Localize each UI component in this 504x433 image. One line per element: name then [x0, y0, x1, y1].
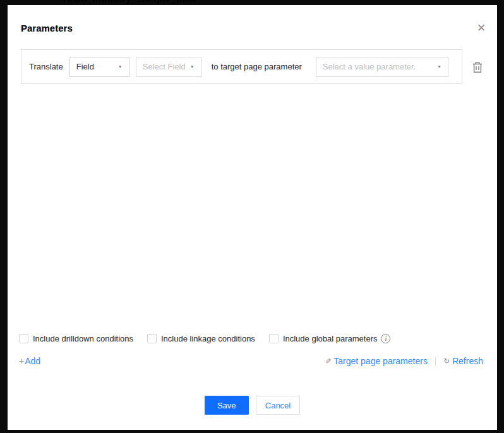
translate-label: Translate	[29, 62, 63, 71]
add-row-link[interactable]: + Add	[19, 356, 40, 366]
field-select[interactable]: Select Field. ▼	[136, 57, 201, 77]
links-row: + Add ✎ Target page parameters ↻ Refresh	[19, 356, 483, 366]
plus-icon: +	[19, 356, 24, 366]
chevron-down-icon: ▼	[437, 64, 441, 69]
info-icon[interactable]: i	[381, 334, 390, 343]
translate-type-value: Field	[76, 62, 94, 71]
to-target-page-parameter-label: to target page parameter	[212, 62, 302, 71]
dialog-title: Parameters	[21, 23, 73, 33]
refresh-link-label: Refresh	[452, 356, 483, 366]
include-options-row: Include drilldown conditions Include lin…	[19, 334, 404, 343]
include-drilldown-conditions-option: Include drilldown conditions	[19, 334, 133, 343]
close-icon[interactable]: ✕	[474, 20, 489, 35]
drilldown-conditions-checkbox[interactable]	[19, 334, 28, 343]
save-button[interactable]: Save	[205, 396, 249, 415]
parameters-dialog: Parameters ✕ Translate Field ▼ Select Fi…	[8, 5, 497, 430]
trash-icon	[472, 61, 483, 74]
include-linkage-conditions-option: Include linkage conditions	[147, 334, 255, 343]
target-page-parameters-label: Target page parameters	[333, 356, 428, 366]
right-links: ✎ Target page parameters ↻ Refresh	[325, 356, 483, 366]
target-page-parameters-link[interactable]: ✎ Target page parameters	[325, 356, 428, 366]
chevron-down-icon: ▼	[118, 64, 123, 69]
parameter-mapping-row: Translate Field ▼ Select Field. ▼ to tar…	[21, 49, 462, 84]
add-link-label: Add	[25, 356, 40, 366]
refresh-icon: ↻	[443, 357, 450, 365]
value-parameter-placeholder: Select a value parameter.	[323, 62, 416, 71]
global-parameters-checkbox[interactable]	[269, 334, 279, 343]
background-page-text: retail_industry_sample_data	[63, 0, 196, 4]
translate-type-select[interactable]: Field ▼	[69, 57, 129, 77]
refresh-link[interactable]: ↻ Refresh	[443, 356, 483, 366]
value-parameter-select[interactable]: Select a value parameter. ▼	[316, 57, 448, 77]
global-parameters-label: Include global parameters	[283, 334, 378, 343]
cancel-button[interactable]: Cancel	[256, 396, 300, 415]
dialog-footer: Save Cancel	[8, 396, 497, 415]
delete-row-button[interactable]	[469, 59, 486, 76]
pencil-icon: ✎	[323, 358, 332, 364]
linkage-conditions-label: Include linkage conditions	[161, 334, 255, 343]
links-divider	[435, 357, 436, 365]
include-global-parameters-option: Include global parameters i	[269, 334, 391, 343]
chevron-down-icon: ▼	[190, 64, 195, 69]
field-select-placeholder: Select Field.	[143, 62, 185, 71]
drilldown-conditions-label: Include drilldown conditions	[33, 334, 133, 343]
linkage-conditions-checkbox[interactable]	[147, 334, 157, 343]
